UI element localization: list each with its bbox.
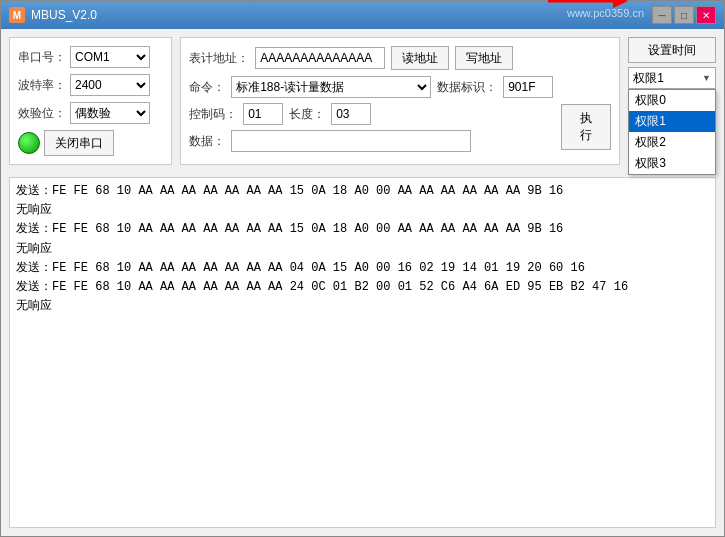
data-label: 数据： xyxy=(189,133,225,150)
ctrl-label: 控制码： xyxy=(189,106,237,123)
ctrl-input[interactable] xyxy=(243,103,283,125)
dropdown-selected[interactable]: 权限1 ▼ xyxy=(628,67,716,89)
log-line: 发送：FE FE 68 10 AA AA AA AA AA AA AA 04 0… xyxy=(16,259,709,278)
log-line: 发送：FE FE 68 10 AA AA AA AA AA AA AA 15 0… xyxy=(16,182,709,201)
write-addr-button[interactable]: 写地址 xyxy=(455,46,513,70)
log-line: 无响应 xyxy=(16,240,709,259)
dropdown-item-2[interactable]: 权限2 xyxy=(629,132,715,153)
title-bar: M MBUS_V2.0 www.pc0359.cn ─ □ ✕ xyxy=(1,1,724,29)
log-line: 无响应 xyxy=(16,201,709,220)
parity-select[interactable]: 无校验 奇校验 偶数验 xyxy=(70,102,150,124)
connection-led xyxy=(18,132,40,154)
privilege-dropdown[interactable]: 权限1 ▼ 权限0 权限1 权限2 权限3 xyxy=(628,67,716,89)
top-section: 串口号： COM1 COM2 COM3 波特率： 1200 2400 4800 … xyxy=(9,37,716,165)
close-port-button[interactable]: 关闭串口 xyxy=(44,130,114,156)
data-input[interactable] xyxy=(231,130,471,152)
cmd-label: 命令： xyxy=(189,79,225,96)
len-input[interactable] xyxy=(331,103,371,125)
len-label: 长度： xyxy=(289,106,325,123)
data-input-row: 数据： xyxy=(189,130,553,152)
left-panel: 串口号： COM1 COM2 COM3 波特率： 1200 2400 4800 … xyxy=(9,37,172,165)
port-control-row: 关闭串口 xyxy=(18,130,163,156)
main-window: M MBUS_V2.0 www.pc0359.cn ─ □ ✕ 串口号： COM… xyxy=(0,0,725,537)
dropdown-item-0[interactable]: 权限0 xyxy=(629,90,715,111)
parity-row: 效验位： 无校验 奇校验 偶数验 xyxy=(18,102,163,124)
cmd-select[interactable]: 标准188-读计量数据 标准188-读参数 标准188-写参数 xyxy=(231,76,431,98)
dropdown-selected-label: 权限1 xyxy=(633,70,664,87)
data-id-label: 数据标识： xyxy=(437,79,497,96)
baud-row: 波特率： 1200 2400 4800 9600 xyxy=(18,74,163,96)
baud-label: 波特率： xyxy=(18,77,66,94)
port-select[interactable]: COM1 COM2 COM3 xyxy=(70,46,150,68)
close-button[interactable]: ✕ xyxy=(696,6,716,24)
data-id-input[interactable] xyxy=(503,76,553,98)
chevron-down-icon: ▼ xyxy=(702,73,711,83)
watermark: www.pc0359.cn xyxy=(567,7,644,19)
baud-select[interactable]: 1200 2400 4800 9600 xyxy=(70,74,150,96)
app-icon: M xyxy=(9,7,25,23)
window-controls: ─ □ ✕ xyxy=(652,6,716,24)
port-row: 串口号： COM1 COM2 COM3 xyxy=(18,46,163,68)
log-line: 发送：FE FE 68 10 AA AA AA AA AA AA AA 15 0… xyxy=(16,220,709,239)
command-row: 命令： 标准188-读计量数据 标准188-读参数 标准188-写参数 数据标识… xyxy=(189,76,553,98)
log-line: 发送：FE FE 68 10 AA AA AA AA AA AA AA 24 0… xyxy=(16,278,709,297)
control-row: 控制码： 长度： xyxy=(189,103,553,125)
read-addr-button[interactable]: 读地址 xyxy=(391,46,449,70)
address-row: 表计地址： 读地址 写地址 xyxy=(189,46,611,70)
port-label: 串口号： xyxy=(18,49,66,66)
log-area[interactable]: 发送：FE FE 68 10 AA AA AA AA AA AA AA 15 0… xyxy=(9,177,716,528)
addr-label: 表计地址： xyxy=(189,50,249,67)
set-time-button[interactable]: 设置时间 xyxy=(628,37,716,63)
dropdown-item-3[interactable]: 权限3 xyxy=(629,153,715,174)
right-panel: 设置时间 权限1 ▼ 权限0 权限1 权限2 权限3 清除 xyxy=(628,37,716,165)
minimize-button[interactable]: ─ xyxy=(652,6,672,24)
log-line: 无响应 xyxy=(16,297,709,316)
maximize-button[interactable]: □ xyxy=(674,6,694,24)
dropdown-list: 权限0 权限1 权限2 权限3 xyxy=(628,89,716,175)
middle-panel: 表计地址： 读地址 写地址 命令： 标准188-读计量数据 标准188-读参数 … xyxy=(180,37,620,165)
dropdown-item-1[interactable]: 权限1 xyxy=(629,111,715,132)
window-title: MBUS_V2.0 xyxy=(31,8,652,22)
addr-input[interactable] xyxy=(255,47,385,69)
execute-button[interactable]: 执行 xyxy=(561,104,611,150)
parity-label: 效验位： xyxy=(18,105,66,122)
main-content: 串口号： COM1 COM2 COM3 波特率： 1200 2400 4800 … xyxy=(1,29,724,536)
